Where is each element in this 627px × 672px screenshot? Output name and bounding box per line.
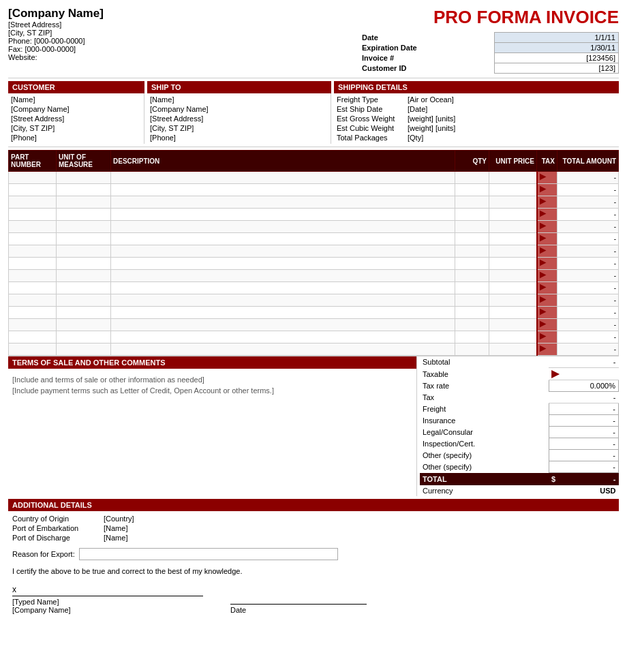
tax-value: - (549, 392, 618, 403)
item-cell (57, 196, 111, 209)
cubic-weight-value: [weight] [units] (408, 124, 616, 132)
subtotal-label: Subtotal (420, 356, 549, 368)
additional-content: Country of Origin [Country] Port of Emba… (8, 511, 619, 617)
reason-input[interactable] (79, 548, 338, 560)
other1-label: Other (specify) (420, 450, 549, 461)
typed-name: [Typed Name] (12, 598, 203, 606)
item-cell (9, 258, 57, 270)
total-cell: - (557, 258, 619, 270)
customer-city: [City, ST ZIP] (11, 123, 138, 133)
item-cell (489, 221, 537, 233)
item-cell (57, 270, 111, 282)
item-cell (111, 307, 455, 319)
additional-header: ADDITIONAL DETAILS (8, 499, 619, 511)
total-cell: - (557, 233, 619, 245)
table-row: - (9, 233, 619, 245)
item-cell (489, 172, 537, 184)
item-cell (57, 258, 111, 270)
table-row: - (9, 221, 619, 233)
item-cell (111, 343, 455, 356)
terms-section: TERMS OF SALE AND OTHER COMMENTS [Includ… (8, 356, 417, 496)
totals-section: Subtotal - Taxable Tax rate 0.000% Tax -… (420, 356, 619, 496)
item-cell (455, 172, 489, 184)
tax-rate-value: 0.000% (549, 380, 618, 392)
item-cell (489, 307, 537, 319)
ship-to-header: SHIP TO (147, 81, 331, 93)
customer-address: [Street Address] (11, 114, 138, 123)
shipto-phone: [Phone] (150, 133, 325, 142)
other2-label: Other (specify) (420, 461, 549, 473)
insurance-value: - (549, 415, 618, 427)
total-cell: - (557, 307, 619, 319)
header-right: PRO FORMA INVOICE Date 1/1/11 Expiration… (360, 7, 619, 74)
reason-label: Reason for Export: (12, 550, 75, 558)
date-block: Date (230, 604, 367, 614)
part-number-header: PART NUMBER (9, 151, 57, 172)
x-label: x (12, 585, 203, 594)
item-cell (57, 343, 111, 356)
item-cell (455, 196, 489, 209)
currency-value: USD (549, 485, 618, 496)
table-row: - (9, 245, 619, 258)
expiration-label: Expiration Date (360, 43, 495, 53)
bottom-row: TERMS OF SALE AND OTHER COMMENTS [Includ… (8, 356, 619, 496)
item-cell (111, 282, 455, 294)
table-row: - (9, 172, 619, 184)
date-line (230, 604, 367, 605)
item-cell (489, 184, 537, 196)
freight-label: Freight (420, 403, 549, 415)
item-cell (9, 245, 57, 258)
customer-company: [Company Name] (11, 104, 138, 114)
freight-type-value: [Air or Ocean] (408, 95, 616, 104)
shipping-details-column: Freight Type [Air or Ocean] Est Ship Dat… (334, 93, 619, 144)
company-name: [Company Name] (8, 7, 360, 20)
item-cell (111, 172, 455, 184)
item-cell (57, 172, 111, 184)
header-fields: Date 1/1/11 Expiration Date 1/30/11 Invo… (360, 32, 619, 74)
total-dollar: $ (551, 475, 555, 483)
terms-content: [Include and terms of sale or other info… (8, 371, 416, 399)
signature-row: x [Typed Name] [Company Name] Date (12, 585, 615, 614)
cubic-weight-label: Est Cubic Weight (337, 124, 405, 132)
total-label: TOTAL (420, 473, 549, 486)
other1-value: - (549, 450, 618, 461)
item-cell (111, 270, 455, 282)
total-packages-value: [Qty] (408, 134, 616, 142)
item-cell (111, 221, 455, 233)
date-label: Date (360, 33, 495, 43)
street-address: [Street Address] (8, 20, 360, 29)
reason-row: Reason for Export: (12, 548, 615, 560)
customer-name: [Name] (11, 95, 138, 104)
unit-price-header: UNIT PRICE (489, 151, 537, 172)
tax-cell (537, 245, 557, 258)
subtotal-value: - (549, 356, 618, 368)
shipping-details-header: SHIPPING DETAILS (334, 81, 619, 93)
item-cell (489, 233, 537, 245)
qty-header: QTY (455, 151, 489, 172)
item-cell (9, 221, 57, 233)
tax-cell (537, 319, 557, 331)
total-cell: - (557, 319, 619, 331)
certify-text: I certify the above to be true and corre… (12, 567, 615, 575)
item-cell (57, 184, 111, 196)
item-cell (57, 209, 111, 221)
item-cell (455, 331, 489, 343)
item-cell (57, 282, 111, 294)
freight-value: - (549, 403, 618, 415)
item-cell (455, 282, 489, 294)
item-cell (57, 233, 111, 245)
tax-header: TAX (537, 151, 557, 172)
total-value: - (613, 475, 616, 483)
totals-table: Subtotal - Taxable Tax rate 0.000% Tax -… (420, 356, 619, 496)
insurance-label: Insurance (420, 415, 549, 427)
item-cell (489, 282, 537, 294)
total-cell: - (557, 196, 619, 209)
item-cell (57, 221, 111, 233)
shipto-company: [Company Name] (150, 104, 325, 114)
table-row: - (9, 270, 619, 282)
item-cell (9, 172, 57, 184)
unit-of-measure-header: UNIT OF MEASURE (57, 151, 111, 172)
item-cell (455, 270, 489, 282)
item-cell (455, 221, 489, 233)
other2-value: - (549, 461, 618, 473)
